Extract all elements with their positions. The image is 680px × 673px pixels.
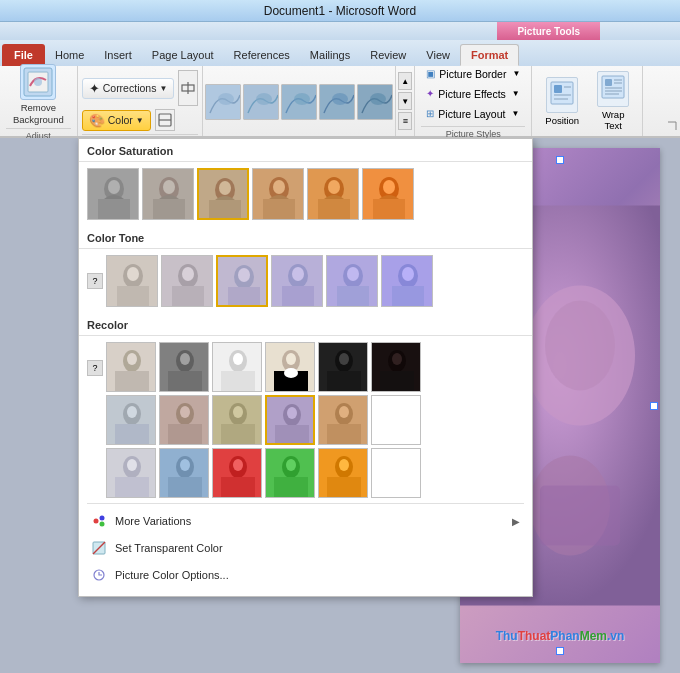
recolor-thumb-r2c1[interactable] (106, 395, 156, 445)
svg-rect-40 (209, 200, 241, 220)
thumb-3[interactable] (281, 84, 317, 120)
app-title: Document1 - Microsoft Word (264, 4, 417, 18)
tab-insert[interactable]: Insert (94, 44, 142, 66)
tab-mailings[interactable]: Mailings (300, 44, 360, 66)
arrange-icon-2[interactable] (155, 109, 175, 131)
sat-thumb-3[interactable] (197, 168, 249, 220)
recolor-thumb-r2c6[interactable] (371, 395, 421, 445)
recolor-thumb-r3c4[interactable] (265, 448, 315, 498)
tone-thumb-5[interactable] (326, 255, 378, 307)
svg-rect-141 (327, 477, 361, 498)
thumb-5[interactable] (357, 84, 393, 120)
recolor-thumb-r1c5[interactable] (318, 342, 368, 392)
sat-thumb-1[interactable] (87, 168, 139, 220)
svg-rect-32 (98, 199, 130, 220)
scroll-up-btn[interactable]: ▲ (398, 72, 412, 90)
tab-view[interactable]: View (416, 44, 460, 66)
recolor-thumb-r3c6[interactable] (371, 448, 421, 498)
sat-thumb-5[interactable] (307, 168, 359, 220)
svg-rect-88 (221, 371, 255, 392)
color-label: Color (108, 114, 133, 126)
position-button[interactable]: Position (538, 74, 586, 129)
svg-point-2 (34, 78, 42, 86)
recolor-thumb-r3c5[interactable] (318, 448, 368, 498)
recolor-thumb-r1c3[interactable] (212, 342, 262, 392)
svg-rect-105 (115, 424, 149, 445)
recolor-thumb-r1c1[interactable] (106, 342, 156, 392)
recolor-thumb-r3c2[interactable] (159, 448, 209, 498)
watermark-thu: Thu (496, 629, 518, 643)
tone-thumb-3[interactable] (216, 255, 268, 307)
color-tone-label: Color Tone (79, 226, 532, 249)
svg-point-10 (256, 93, 272, 105)
recolor-thumb-r1c4[interactable] (265, 342, 315, 392)
color-button[interactable]: 🎨 Color ▼ (82, 110, 151, 131)
recolor-thumb-r1c2[interactable] (159, 342, 209, 392)
thumb-1[interactable] (205, 84, 241, 120)
tone-thumb-6[interactable] (381, 255, 433, 307)
tab-format[interactable]: Format (460, 44, 519, 66)
tab-pagelayout[interactable]: Page Layout (142, 44, 224, 66)
sat-thumb-4[interactable] (252, 168, 304, 220)
remove-background-icon (20, 64, 56, 100)
remove-background-button[interactable]: RemoveBackground (6, 61, 71, 128)
expand-btn[interactable]: ≡ (398, 112, 412, 130)
svg-point-128 (180, 459, 190, 471)
thumb-4[interactable] (319, 84, 355, 120)
title-bar: Document1 - Microsoft Word (0, 0, 680, 22)
corrections-button[interactable]: ✦ Corrections ▼ (82, 78, 175, 99)
recolor-thumb-r3c3[interactable] (212, 448, 262, 498)
svg-point-67 (292, 267, 304, 281)
recolor-thumb-r2c5[interactable] (318, 395, 368, 445)
svg-point-43 (273, 180, 285, 194)
picture-color-options-item[interactable]: Picture Color Options... (79, 561, 532, 588)
sat-thumb-6[interactable] (362, 168, 414, 220)
arrange-icon-1[interactable] (178, 70, 198, 106)
tab-references[interactable]: References (224, 44, 300, 66)
scroll-down-btn[interactable]: ▼ (398, 92, 412, 110)
svg-point-87 (233, 353, 243, 365)
svg-point-8 (218, 93, 234, 105)
svg-point-75 (402, 267, 414, 281)
remove-background-section: RemoveBackground Adjust (0, 66, 78, 136)
picture-effects-button[interactable]: ✦ Picture Effects ▼ (421, 86, 525, 102)
recolor-thumb-r2c2[interactable] (159, 395, 209, 445)
wrap-text-button[interactable]: WrapText (590, 68, 636, 135)
picture-border-button[interactable]: ▣ Picture Border ▼ (421, 66, 525, 82)
svg-rect-125 (115, 477, 149, 498)
watermark-mem: Mem (580, 629, 607, 643)
svg-rect-101 (380, 371, 414, 392)
recolor-thumb-r2c3[interactable] (212, 395, 262, 445)
set-transparent-color-item[interactable]: Set Transparent Color (79, 534, 532, 561)
recolor-thumb-r3c1[interactable] (106, 448, 156, 498)
recolor-help-icon[interactable]: ? (87, 360, 103, 376)
tab-bar: File Home Insert Page Layout References … (0, 40, 680, 66)
tone-thumb-1[interactable] (106, 255, 158, 307)
svg-point-149 (545, 301, 615, 391)
svg-point-79 (127, 353, 137, 365)
svg-rect-129 (168, 477, 202, 498)
recolor-thumb-r2c4[interactable] (265, 395, 315, 445)
thumb-2[interactable] (243, 84, 279, 120)
svg-rect-44 (263, 199, 295, 220)
image-thumbnail-strip (205, 84, 393, 120)
sat-thumb-2[interactable] (142, 168, 194, 220)
svg-rect-133 (221, 477, 255, 498)
svg-point-39 (219, 181, 231, 195)
ribbon-expand-btn[interactable] (664, 118, 680, 134)
position-label: Position (545, 115, 579, 126)
svg-point-120 (339, 406, 349, 418)
tone-thumb-2[interactable] (161, 255, 213, 307)
tone-thumb-4[interactable] (271, 255, 323, 307)
svg-rect-68 (282, 286, 314, 307)
color-tone-help-icon[interactable]: ? (87, 273, 103, 289)
recolor-thumb-r1c6[interactable] (371, 342, 421, 392)
svg-point-59 (182, 267, 194, 281)
more-variations-item[interactable]: More Variations ▶ (79, 507, 532, 534)
svg-rect-18 (554, 85, 562, 93)
picture-layout-button[interactable]: ⊞ Picture Layout ▼ (421, 106, 525, 122)
svg-point-143 (100, 516, 105, 521)
tab-review[interactable]: Review (360, 44, 416, 66)
svg-point-104 (127, 406, 137, 418)
svg-point-142 (94, 519, 99, 524)
